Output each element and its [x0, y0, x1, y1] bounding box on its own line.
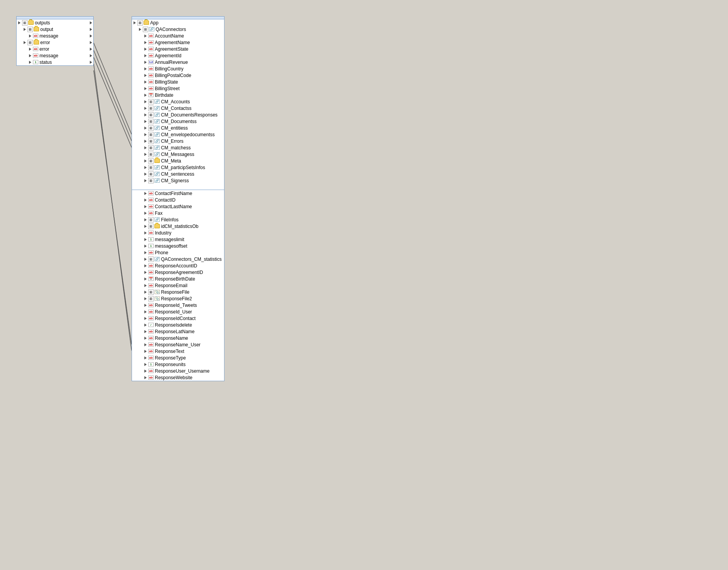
tree-item-responsetext[interactable]: abResponseText [132, 348, 224, 354]
tree-item-cm-errors[interactable]: ⊞🔗CM_Errors [132, 138, 224, 144]
tree-item-messagesoffset[interactable]: 1messagesoffset [132, 243, 224, 249]
expand-icon[interactable]: ⊞ [148, 217, 154, 223]
tree-item-cm-documentsresponses[interactable]: ⊞🔗CM_DocumentsResponses [132, 111, 224, 118]
expand-arrow[interactable] [144, 127, 147, 130]
expand-arrow[interactable] [144, 192, 147, 195]
tree-item-responsename-user[interactable]: abResponseName_User [132, 341, 224, 348]
tree-item-responsewebsite[interactable]: abResponseWebsite [132, 374, 224, 381]
tree-item-cm-messagess[interactable]: ⊞🔗CM_Messagess [132, 151, 224, 157]
expand-icon[interactable]: ⊞ [148, 158, 154, 164]
expand-icon[interactable]: ⊞ [148, 99, 154, 104]
tree-item-responseuser-username[interactable]: abResponseUser_Username [132, 368, 224, 374]
tree-item-messageslimit[interactable]: 1messageslimit [132, 236, 224, 243]
tree-item-output[interactable]: ⊞output [17, 26, 93, 33]
expand-arrow[interactable] [144, 370, 147, 373]
tree-item-annualrevenue[interactable]: 1.2AnnualRevenue [132, 59, 224, 65]
expand-icon[interactable]: ⊞ [148, 145, 154, 151]
expand-arrow[interactable] [144, 245, 147, 248]
expand-icon[interactable]: ⊞ [143, 27, 148, 32]
tree-item-contactid[interactable]: abContactID [132, 197, 224, 203]
expand-arrow[interactable] [144, 304, 147, 307]
expand-arrow[interactable] [144, 343, 147, 346]
expand-arrow[interactable] [144, 140, 147, 143]
tree-item-responsetype[interactable]: abResponseType [132, 354, 224, 361]
tree-item-birthdate[interactable]: 📅Birthdate [132, 92, 224, 98]
expand-icon[interactable]: ⊞ [27, 40, 33, 45]
expand-arrow[interactable] [144, 251, 147, 254]
expand-arrow[interactable] [144, 277, 147, 281]
expand-arrow[interactable] [144, 173, 147, 176]
tree-item-status[interactable]: 1status [17, 59, 93, 65]
tree-item-cm-envelopedocumentss[interactable]: ⊞🔗CM_envelopedocumentss [132, 131, 224, 138]
tree-item-cm-accounts[interactable]: ⊞🔗CM_Accounts [132, 98, 224, 105]
expand-arrow[interactable] [144, 376, 147, 379]
expand-arrow[interactable] [144, 54, 147, 57]
expand-icon[interactable]: ⊞ [148, 106, 154, 111]
expand-arrow[interactable] [144, 330, 147, 333]
tree-item-billingcountry[interactable]: abBillingCountry [132, 65, 224, 72]
expand-icon[interactable]: ⊞ [148, 152, 154, 157]
expand-arrow[interactable] [144, 146, 147, 149]
tree-item-responseaccountid[interactable]: abResponseAccountID [132, 262, 224, 269]
expand-arrow[interactable] [144, 231, 147, 235]
expand-arrow[interactable] [144, 87, 147, 90]
expand-arrow[interactable] [144, 225, 147, 228]
expand-arrow[interactable] [24, 28, 26, 31]
expand-icon[interactable]: ⊞ [27, 27, 33, 32]
expand-arrow[interactable] [144, 363, 147, 366]
tree-item-error-field[interactable]: aberror [17, 46, 93, 52]
expand-icon[interactable]: ⊞ [148, 112, 154, 118]
tree-item-agreementid[interactable]: abAgreementId [132, 52, 224, 59]
expand-arrow[interactable] [144, 166, 147, 169]
expand-arrow[interactable] [139, 28, 141, 31]
tree-item-cm-signerss[interactable]: ⊞🔗CM_Signerss [132, 177, 224, 184]
expand-icon[interactable]: ⊞ [137, 20, 143, 26]
tree-item-responseagreementid[interactable]: abResponseAgreementID [132, 269, 224, 276]
expand-arrow[interactable] [24, 41, 26, 44]
expand-icon[interactable]: ⊞ [148, 296, 154, 301]
expand-arrow[interactable] [144, 94, 147, 97]
expand-arrow[interactable] [144, 48, 147, 51]
tree-item-qaconnectors-cm-statistics[interactable]: ⊞🔗QAConnectors_CM_statistics [132, 256, 224, 262]
tree-item-billingpostalcode[interactable]: abBillingPostalCode [132, 72, 224, 79]
tree-item-responseisdelete[interactable]: ✓ResponseIsdelete [132, 322, 224, 328]
expand-arrow[interactable] [144, 264, 147, 267]
tree-item-responseunits[interactable]: 1Responseunits [132, 361, 224, 368]
expand-arrow[interactable] [144, 258, 147, 261]
expand-arrow[interactable] [144, 159, 147, 163]
expand-icon[interactable]: ⊞ [148, 165, 154, 170]
tree-item-message-1[interactable]: abmessage [17, 33, 93, 39]
tree-item-fileinfos[interactable]: ⊞🔗FileInfos [132, 216, 224, 223]
tree-item-responseid-tweets[interactable]: abResponseId_Tweets [132, 302, 224, 308]
tree-item-cm-contactss[interactable]: ⊞🔗CM_Contactss [132, 105, 224, 111]
expand-arrow[interactable] [18, 21, 21, 24]
expand-arrow[interactable] [29, 61, 31, 64]
expand-icon[interactable]: ⊞ [148, 119, 154, 124]
expand-arrow[interactable] [144, 80, 147, 84]
expand-arrow[interactable] [144, 291, 147, 294]
tree-item-cm-documentss[interactable]: ⊞🔗CM_Documentss [132, 118, 224, 125]
expand-arrow[interactable] [144, 107, 147, 110]
expand-arrow[interactable] [144, 238, 147, 241]
expand-arrow[interactable] [144, 324, 147, 327]
tree-item-responseemail[interactable]: abResponseEmail [132, 282, 224, 289]
tree-item-billingstate[interactable]: abBillingState [132, 79, 224, 85]
expand-icon[interactable]: ⊞ [148, 125, 154, 131]
tree-item-contactlastname[interactable]: abContactLastName [132, 203, 224, 210]
expand-arrow[interactable] [144, 356, 147, 359]
tree-item-responsebirthdate[interactable]: 📅ResponseBirthDate [132, 276, 224, 282]
expand-arrow[interactable] [134, 21, 136, 24]
tree-item-cm-participsetsinfos[interactable]: ⊞🔗CM_participSetsInfos [132, 164, 224, 171]
expand-arrow[interactable] [29, 48, 31, 51]
expand-arrow[interactable] [29, 34, 31, 38]
tree-item-responseid-user[interactable]: abResponseId_User [132, 308, 224, 315]
tree-item-agreementstate[interactable]: abAgreementState [132, 46, 224, 52]
expand-arrow[interactable] [144, 212, 147, 215]
expand-arrow[interactable] [144, 199, 147, 202]
expand-icon[interactable]: ⊞ [148, 257, 154, 262]
tree-item-responselatname[interactable]: abResponseLatName [132, 328, 224, 335]
expand-arrow[interactable] [144, 337, 147, 340]
expand-arrow[interactable] [144, 350, 147, 353]
expand-icon[interactable]: ⊞ [148, 132, 154, 137]
expand-arrow[interactable] [144, 284, 147, 287]
